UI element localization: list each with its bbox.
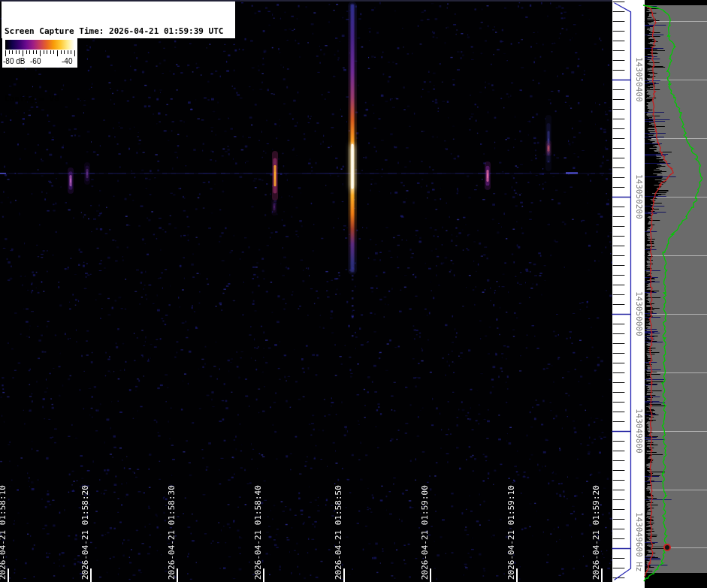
colorbar-tick: [57, 50, 58, 56]
time-axis-tick: [263, 568, 264, 582]
colorbar: -80 dB -60 -40: [2, 38, 77, 68]
colorbar-tick: [16, 50, 17, 54]
spectrum-capture-screen: Screen Capture Time: 2026-04-21 01:59:39…: [0, 0, 707, 588]
colorbar-tick: [40, 50, 41, 56]
colorbar-tick: [33, 50, 34, 54]
frequency-axis-label: 143049600 Hz: [634, 512, 644, 571]
colorbar-tick: [36, 50, 37, 54]
time-axis-tick: [516, 568, 518, 582]
colorbar-gradient: [5, 40, 74, 50]
capture-info-box: Screen Capture Time: 2026-04-21 01:59:39…: [2, 2, 235, 38]
time-axis-label: 2026-04-21 01:58:50: [334, 485, 343, 580]
time-axis-label: 2026-04-21 01:58:30: [167, 485, 177, 580]
time-axis-tick: [177, 568, 178, 582]
colorbar-tick: [61, 50, 62, 54]
colorbar-tick: [26, 50, 27, 54]
time-axis-label: 2026-04-21 01:58:20: [80, 485, 90, 580]
frequency-axis-label: 143050400: [634, 57, 644, 102]
time-axis-tick: [430, 568, 431, 582]
colorbar-tick: [44, 50, 44, 54]
colorbar-tick: [19, 50, 20, 54]
colorbar-tick: [64, 50, 65, 54]
colorbar-label-max: -40: [62, 57, 72, 65]
colorbar-tick: [47, 50, 47, 54]
colorbar-tick: [5, 50, 6, 56]
colorbar-tick: [68, 50, 68, 54]
colorbar-ticks: [5, 50, 74, 57]
time-axis-tick: [8, 568, 9, 582]
time-axis-label: 2026-04-21 01:59:10: [506, 485, 516, 580]
frequency-axis-label: 143050000: [634, 291, 644, 336]
time-axis-label: 2026-04-21 01:59:20: [591, 485, 601, 580]
colorbar-tick: [53, 50, 54, 54]
time-axis-tick: [90, 568, 92, 582]
colorbar-tick: [74, 50, 75, 56]
time-axis-tick: [343, 568, 345, 582]
frequency-axis-label: 143049800: [634, 409, 644, 454]
colorbar-tick: [12, 50, 13, 54]
colorbar-label-min: -80 dB: [3, 57, 25, 65]
config-text: Config = V8: [5, 93, 232, 104]
colorbar-tick: [29, 50, 30, 54]
time-axis-tick: [601, 568, 603, 582]
colorbar-tick: [9, 50, 10, 54]
colorbar-tick: [50, 50, 51, 54]
colorbar-tick: [23, 50, 23, 56]
colorbar-tick: [71, 50, 71, 54]
time-axis-label: 2026-04-21 01:59:00: [420, 485, 430, 580]
time-axis-label: 2026-04-21 01:58:10: [0, 485, 8, 580]
colorbar-label-mid: -60: [30, 57, 41, 65]
capture-time-text: Screen Capture Time: 2026-04-21 01:59:39…: [5, 26, 232, 37]
time-axis-label: 2026-04-21 01:58:40: [253, 485, 263, 580]
frequency-axis-label: 143050200: [634, 174, 644, 219]
